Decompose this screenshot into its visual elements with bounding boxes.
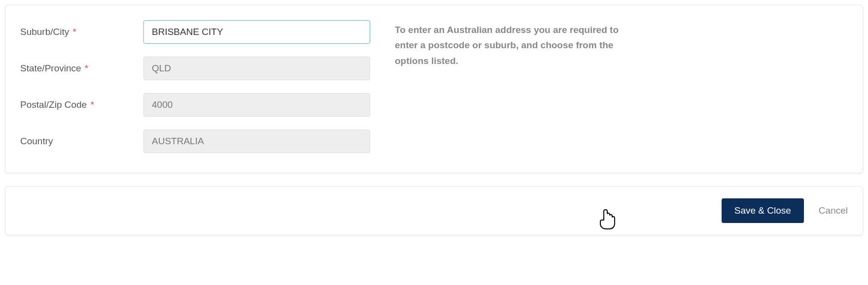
country-row: Country bbox=[20, 129, 370, 153]
form-content-wrapper: Suburb/City * State/Province * Postal/Zi… bbox=[20, 20, 848, 153]
address-form-card: Suburb/City * State/Province * Postal/Zi… bbox=[5, 5, 863, 173]
state-input bbox=[143, 57, 370, 80]
cancel-button[interactable]: Cancel bbox=[819, 205, 848, 216]
postal-label: Postal/Zip Code * bbox=[20, 99, 143, 110]
required-star: * bbox=[73, 27, 76, 37]
cursor-pointer-icon bbox=[597, 207, 617, 231]
required-star: * bbox=[90, 99, 94, 110]
country-label: Country bbox=[20, 136, 143, 147]
action-bar: Save & Close Cancel bbox=[5, 186, 863, 235]
save-close-button[interactable]: Save & Close bbox=[722, 198, 804, 223]
suburb-label: Suburb/City * bbox=[20, 27, 143, 37]
state-label: State/Province * bbox=[20, 63, 143, 74]
postal-row: Postal/Zip Code * bbox=[20, 93, 370, 117]
suburb-row: Suburb/City * bbox=[20, 20, 370, 44]
form-fields-column: Suburb/City * State/Province * Postal/Zi… bbox=[20, 20, 370, 153]
required-star: * bbox=[85, 63, 88, 73]
country-input bbox=[143, 129, 370, 153]
state-row: State/Province * bbox=[20, 57, 370, 80]
help-text: To enter an Australian address you are r… bbox=[395, 20, 631, 153]
postal-input bbox=[143, 93, 370, 117]
suburb-label-text: Suburb/City bbox=[20, 27, 69, 37]
suburb-input[interactable] bbox=[143, 20, 370, 44]
state-label-text: State/Province bbox=[20, 63, 81, 73]
postal-label-text: Postal/Zip Code bbox=[20, 99, 87, 110]
country-label-text: Country bbox=[20, 136, 53, 146]
